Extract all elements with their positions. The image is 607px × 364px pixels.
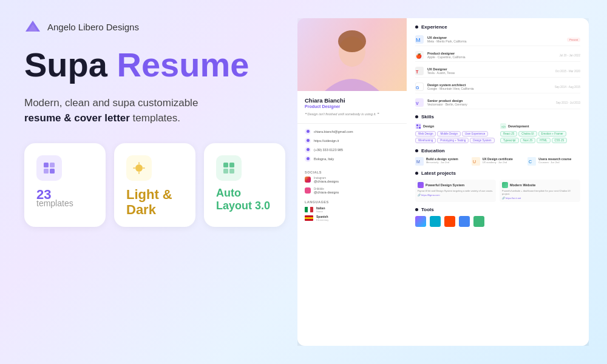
- dev-skill-tags: React JS Chakra UI Emotion + Framer Type…: [500, 131, 580, 143]
- exp-meta: M UX designer Meta · Menlo Park, Califor…: [415, 33, 580, 46]
- education-title: Education: [421, 148, 445, 153]
- exp-google: G Design system architect Google · Mount…: [415, 81, 580, 93]
- skill-ds: Design System: [470, 138, 494, 143]
- resume-right-column: Experience M UX designer Meta · Menlo Pa…: [407, 18, 589, 346]
- memorisely-school: Memorisely · Jun 2nd: [426, 161, 458, 164]
- svg-point-17: [338, 30, 366, 52]
- design-skill-tags: Web Design Mobile Design User Experience…: [415, 131, 495, 143]
- resume-title: Product Designer: [305, 104, 399, 109]
- instagram-handle: @chiara.designs: [314, 180, 339, 183]
- apple-info: Product designer Apple · Cupertino, Cali…: [427, 52, 555, 59]
- tool-other: [473, 216, 484, 227]
- design-category-label: Design: [423, 124, 434, 128]
- skill-react: React JS: [500, 131, 517, 136]
- right-panel: Chiara Bianchi Product Designer ❝ Design…: [297, 18, 589, 346]
- theme-dark-label: Dark: [126, 202, 183, 217]
- svg-text:🍎: 🍎: [416, 53, 422, 59]
- hero-title-highlight: Resume: [117, 46, 249, 84]
- meta-badge: Present: [567, 38, 580, 42]
- projects-section: Latest projects Powerful Design System F…: [415, 170, 580, 202]
- svg-text:C: C: [529, 160, 532, 164]
- vectornator-logo: V: [415, 98, 424, 107]
- autolayout-label: Auto Layout 3.0: [216, 187, 273, 213]
- svg-rect-23: [416, 124, 418, 126]
- svg-rect-13: [223, 169, 228, 174]
- projects-title: Latest projects: [421, 170, 456, 176]
- skill-web: Web Design: [415, 131, 436, 136]
- templates-number: 23 templates: [36, 187, 93, 208]
- svg-text:M: M: [416, 160, 420, 164]
- project1-desc: Figma UI kit and Design System targeting…: [418, 189, 493, 192]
- hero-title: Supa Resume: [24, 47, 285, 83]
- theme-labels: Light & Dark: [126, 187, 183, 218]
- svg-text:G: G: [416, 86, 419, 90]
- svg-text:M: M: [416, 37, 421, 43]
- svg-rect-12: [229, 163, 234, 167]
- brand-logo-icon: [24, 18, 41, 35]
- tool-figma: [415, 216, 426, 227]
- vectornator-company: Vectornator · Berlin, Germany: [427, 103, 552, 106]
- google-date: Sep 2014 - Aug 2015: [555, 86, 580, 89]
- design-icon: [415, 123, 421, 129]
- lang-italian: Italian Native: [305, 206, 399, 213]
- svg-rect-11: [223, 163, 228, 167]
- feature-cards: 23 templates Light & Dark: [24, 143, 285, 228]
- location-dot: [305, 156, 311, 162]
- svg-rect-2: [44, 163, 49, 167]
- vectornator-date: Sep 2013 - Jul 2013: [556, 101, 580, 104]
- theme-card: Light & Dark: [114, 143, 195, 228]
- left-panel: Angelo Libero Designs Supa Resume Modern…: [24, 18, 285, 346]
- skill-ux: User Experience: [462, 131, 488, 136]
- exp-vectornator: V Senior product design Vectornator · Be…: [415, 96, 580, 109]
- resume-contact: chiara.bianchi@gmail.com https://uidesig…: [297, 124, 407, 167]
- tools-bullet: [415, 208, 418, 211]
- tools-title: Tools: [421, 207, 434, 212]
- apple-logo: 🍎: [415, 51, 424, 59]
- autolayout-card: Auto Layout 3.0: [204, 143, 285, 228]
- svg-rect-24: [419, 124, 421, 126]
- svg-rect-26: [419, 127, 421, 129]
- project-grid: Powerful Design System Figma UI kit and …: [415, 180, 580, 202]
- project1-link: 🔗 https://figma.com: [418, 194, 493, 197]
- tools-title-row: Tools: [415, 207, 580, 212]
- phone-text: (+39) 333 0123 985: [314, 148, 343, 152]
- theme-icon: [126, 155, 152, 181]
- instagram-icon: [305, 177, 311, 183]
- google-info: Design system architect Google · Mountai…: [427, 83, 551, 90]
- skill-chakra: Chakra UI: [518, 131, 537, 136]
- skill-proto: Prototyping + Testing: [437, 138, 469, 143]
- project1-icon: [418, 182, 424, 188]
- contact-email: chiara.bianchi@gmail.com: [305, 129, 399, 135]
- website-text: https://uidesign.it: [314, 139, 339, 143]
- memorisely-info: Build a design system Memorisely · Jun 2…: [426, 157, 458, 164]
- project1-header: Powerful Design System: [418, 182, 493, 188]
- project-design-system: Powerful Design System Figma UI kit and …: [415, 180, 496, 202]
- brand-row: Angelo Libero Designs: [24, 18, 285, 35]
- skills-bullet: [415, 115, 418, 118]
- skill-ts: Typescript: [500, 138, 519, 143]
- edu-grid: M Build a design system Memorisely · Jun…: [415, 157, 580, 166]
- contact-website: https://uidesign.it: [305, 138, 399, 144]
- svg-text:</>: </>: [501, 125, 506, 129]
- svg-point-6: [135, 164, 143, 172]
- edu-uxacademy: U UX Design certificate UX academy · Jun…: [472, 157, 524, 166]
- svg-text:V: V: [416, 101, 419, 106]
- email-text: chiara.bianchi@gmail.com: [314, 130, 353, 133]
- project2-name: Modern Website: [510, 183, 535, 187]
- hero-subtitle: Modern, clean and supa customizable resu…: [24, 95, 219, 126]
- project2-link: 🔗 https://ui-it.net: [502, 197, 578, 200]
- main-container: Angelo Libero Designs Supa Resume Modern…: [0, 0, 607, 364]
- resume-left-column: Chiara Bianchi Product Designer ❝ Design…: [297, 18, 407, 346]
- resume-photo: [297, 18, 407, 91]
- exp-apple: 🍎 Product designer Apple · Cupertino, Ca…: [415, 49, 580, 62]
- contact-location: Bologna, Italy: [305, 156, 399, 162]
- tesla-date: Oct 2015 - Mar 2020: [555, 70, 580, 73]
- tesla-info: UX Designer Tesla · Austin, Texas: [427, 67, 552, 75]
- languages-section: Languages Italian Native: [297, 195, 407, 228]
- resume-quote-text: Design isn't finished until somebody is …: [308, 112, 376, 116]
- dev-category-label: Development: [508, 124, 529, 128]
- website-dot: [305, 138, 311, 144]
- google-company: Google · Mountain View, California: [427, 87, 551, 90]
- tool-adobe: [444, 216, 455, 227]
- edu-coursera: C Usera research course Coursera · Jun 2…: [527, 157, 580, 166]
